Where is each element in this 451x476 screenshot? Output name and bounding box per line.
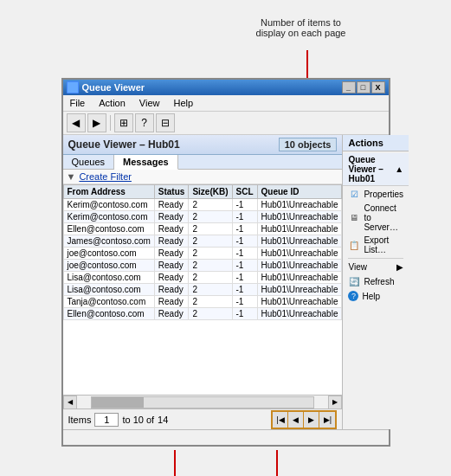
minimize-button[interactable]: _: [342, 81, 356, 93]
status-bar: [63, 429, 389, 445]
window-controls: _ □ X: [342, 81, 385, 93]
horizontal-scrollbar[interactable]: ◀ ▶: [63, 395, 343, 408]
actions-panel: Actions Queue Viewer – Hub01 ▲ ☑ Propert…: [343, 135, 409, 429]
action-properties-label: Properties: [364, 190, 403, 199]
table-cell: Hub01\Unreachable: [257, 296, 342, 308]
pagination-of: to 10 of: [122, 415, 154, 425]
action-refresh-label: Refresh: [364, 277, 394, 286]
back-button[interactable]: ◀: [67, 113, 86, 132]
menu-file[interactable]: File: [67, 97, 89, 109]
table-cell: Kerim@contoso.com: [63, 199, 154, 211]
actions-header: Actions: [343, 135, 409, 151]
nav-first-button[interactable]: |◀: [273, 412, 288, 428]
action-export-list[interactable]: 📋 Export List…: [343, 234, 409, 256]
col-scl[interactable]: SCL: [232, 185, 257, 199]
action-export-label: Export List…: [364, 235, 403, 254]
table-cell: Hub01\Unreachable: [257, 223, 342, 235]
table-cell: 2: [189, 260, 232, 272]
title-bar: Queue Viewer _ □ X: [63, 80, 389, 95]
forward-button[interactable]: ▶: [87, 113, 106, 132]
panel-header: Queue Viewer – Hub01 10 objects: [63, 135, 343, 155]
close-button[interactable]: X: [371, 81, 385, 93]
scroll-thumb[interactable]: [92, 397, 144, 408]
table-row[interactable]: Ellen@contoso.comReady2-1Hub01\Unreachab…: [63, 308, 342, 320]
scroll-track[interactable]: [91, 396, 315, 408]
submenu-arrow: ▶: [396, 262, 403, 272]
table-row[interactable]: James@contoso.comReady2-1Hub01\Unreachab…: [63, 235, 342, 248]
table-cell: -1: [232, 260, 257, 272]
table-row[interactable]: Tanja@contoso.comReady2-1Hub01\Unreachab…: [63, 296, 342, 308]
items-label: Items: [68, 415, 92, 425]
table-cell: Hub01\Unreachable: [257, 211, 342, 223]
menu-view[interactable]: View: [136, 97, 164, 109]
actions-section: Queue Viewer – Hub01 ▲ ☑ Properties 🖥 Co…: [343, 151, 409, 305]
grid-button[interactable]: ⊞: [114, 113, 133, 132]
table-row[interactable]: Kerim@contoso.comReady2-1Hub01\Unreachab…: [63, 211, 342, 223]
menu-help[interactable]: Help: [170, 97, 197, 109]
table-cell: 2: [189, 248, 232, 260]
tab-queues[interactable]: Queues: [63, 155, 115, 169]
nav-last-button[interactable]: ▶|: [319, 412, 335, 428]
objects-badge: 10 objects: [279, 138, 338, 151]
col-queue-id[interactable]: Queue ID: [257, 185, 342, 199]
action-properties[interactable]: ☑ Properties: [343, 186, 409, 202]
col-status[interactable]: Status: [154, 185, 189, 199]
col-size[interactable]: Size(KB): [189, 185, 232, 199]
table-row[interactable]: Lisa@contoso.comReady2-1Hub01\Unreachabl…: [63, 272, 342, 284]
table-cell: 2: [189, 308, 232, 320]
table-cell: 2: [189, 235, 232, 248]
export-icon: 📋: [348, 239, 360, 251]
table-cell: Ready: [154, 308, 189, 320]
table-cell: Hub01\Unreachable: [257, 199, 342, 211]
table-cell: Hub01\Unreachable: [257, 235, 342, 248]
table-cell: -1: [232, 235, 257, 248]
table-cell: Hub01\Unreachable: [257, 260, 342, 272]
filter-icon: ▼: [67, 171, 76, 182]
table-cell: Hub01\Unreachable: [257, 248, 342, 260]
table-cell: Ready: [154, 223, 189, 235]
help-button[interactable]: ?: [135, 113, 154, 132]
table-cell: 2: [189, 272, 232, 284]
action-refresh[interactable]: 🔄 Refresh: [343, 273, 409, 289]
menu-action[interactable]: Action: [95, 97, 129, 109]
table-cell: -1: [232, 223, 257, 235]
action-view[interactable]: View ▶: [343, 261, 409, 273]
maximize-button[interactable]: □: [357, 81, 370, 93]
main-panel: Queue Viewer – Hub01 10 objects Queues M…: [63, 135, 344, 429]
table-row[interactable]: Lisa@contoso.comReady2-1Hub01\Unreachabl…: [63, 284, 342, 296]
action-help[interactable]: ? Help: [343, 289, 409, 303]
table-cell: Ready: [154, 284, 189, 296]
create-filter-link[interactable]: Create Filter: [79, 171, 132, 182]
nav-next-button[interactable]: ▶: [304, 412, 319, 428]
table-row[interactable]: Kerim@contoso.comReady2-1Hub01\Unreachab…: [63, 199, 342, 211]
table-cell: 2: [189, 284, 232, 296]
table-row[interactable]: joe@contoso.comReady2-1Hub01\Unreachable: [63, 248, 342, 260]
data-table-wrapper[interactable]: From Address Status Size(KB) SCL Queue I…: [63, 184, 343, 395]
table-cell: -1: [232, 199, 257, 211]
table-cell: 2: [189, 223, 232, 235]
window-title: Queue Viewer: [82, 82, 338, 93]
properties-button[interactable]: ⊟: [156, 113, 175, 132]
actions-section-title[interactable]: Queue Viewer – Hub01 ▲: [343, 153, 409, 186]
tab-messages[interactable]: Messages: [114, 155, 178, 170]
scroll-left-button[interactable]: ◀: [63, 396, 77, 409]
toolbar-separator: [110, 115, 111, 131]
nav-prev-button[interactable]: ◀: [288, 412, 304, 428]
content-area: Queue Viewer – Hub01 10 objects Queues M…: [63, 135, 389, 429]
table-row[interactable]: joe@contoso.comReady2-1Hub01\Unreachable: [63, 260, 342, 272]
table-cell: 2: [189, 199, 232, 211]
action-connect-label: Connect to Server…: [364, 203, 403, 232]
table-row[interactable]: Ellen@contoso.comReady2-1Hub01\Unreachab…: [63, 223, 342, 235]
table-cell: -1: [232, 272, 257, 284]
pagination-bar: Items to 10 of 14 |◀ ◀ ▶ ▶|: [63, 408, 343, 429]
col-from-address[interactable]: From Address: [63, 185, 154, 199]
table-cell: Hub01\Unreachable: [257, 272, 342, 284]
page-input[interactable]: [94, 413, 119, 427]
action-separator-1: [348, 258, 403, 259]
scroll-right-button[interactable]: ▶: [328, 396, 342, 409]
table-cell: James@contoso.com: [63, 235, 154, 248]
table-cell: Ellen@contoso.com: [63, 308, 154, 320]
action-connect-server[interactable]: 🖥 Connect to Server…: [343, 202, 409, 234]
table-cell: Lisa@contoso.com: [63, 272, 154, 284]
table-cell: Ready: [154, 199, 189, 211]
